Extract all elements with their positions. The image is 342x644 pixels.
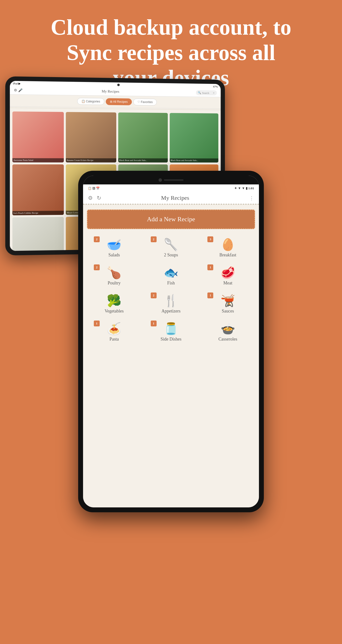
search-label: Search [202, 91, 209, 94]
recipe-label-1: Awesome Pasta Salad [13, 158, 64, 162]
salads-label: Salads [108, 252, 120, 258]
category-salads[interactable]: 2 🥣 Salads [87, 235, 141, 260]
recipe-item-4[interactable]: Black Bean and Avocado Sala... [170, 113, 218, 162]
phone-more-icon[interactable]: ⋮ [249, 195, 254, 201]
appetizers-badge: 2 [151, 292, 156, 298]
soups-badge: 2 [151, 236, 156, 242]
recipe-label-5: Iva's Peach Cobbler Recipe [13, 211, 64, 216]
meat-badge: 1 [207, 264, 213, 270]
add-recipe-button[interactable]: Add a New Recipe [87, 210, 255, 229]
sauces-badge: 1 [207, 292, 213, 298]
phone-device: 📋 🖼 📅 ✦ ▼ ▼ ▮ 1:01 ⚙ ↻ My Recipes ⋮ Add … [78, 171, 264, 512]
casseroles-label: Casseroles [218, 337, 237, 342]
phone-status-bar: 📋 🖼 📅 ✦ ▼ ▼ ▮ 1:01 [83, 184, 259, 192]
tablet-search-bar[interactable]: 🔍 Search ＋ [196, 90, 217, 96]
breakfast-label: Breakfast [219, 252, 236, 258]
category-vegetables[interactable]: 🥦 Vegetables [87, 291, 141, 317]
recipe-item-3[interactable]: Black Bean and Avocado Sala... [118, 112, 168, 162]
tablet-status-right: 67% [213, 85, 218, 88]
recipe-label-3: Black Bean and Avocado Sala... [118, 158, 168, 162]
phone-screen: 📋 🖼 📅 ✦ ▼ ▼ ▮ 1:01 ⚙ ↻ My Recipes ⋮ Add … [83, 176, 259, 508]
poultry-icon: 🍗 [107, 267, 121, 278]
add-icon[interactable]: ＋ [213, 91, 215, 95]
tab-favorites[interactable]: ♡ Favorites [133, 98, 157, 106]
poultry-label: Poultry [108, 280, 121, 286]
salads-icon: 🥣 [107, 239, 121, 250]
category-poultry[interactable]: 2 🍗 Poultry [87, 263, 141, 288]
pasta-icon: 🍝 [107, 323, 121, 335]
tab-categories[interactable]: 📋 Categories [77, 98, 104, 105]
phone-app-title: My Recipes [161, 195, 189, 201]
recipe-item-2[interactable]: Banana Cream Eclairs Recipe [66, 112, 116, 162]
breakfast-icon: 🥚 [221, 239, 235, 250]
phone-status-right: ✦ ▼ ▼ ▮ 1:01 [234, 186, 254, 190]
phone-content: Add a New Recipe 2 🥣 Salads 2 🥄 2 Soups … [83, 205, 259, 508]
recipe-label-2: Banana Cream Eclairs Recipe [66, 158, 116, 162]
tablet-status-left: iPad ▶ [13, 82, 21, 86]
category-breakfast[interactable]: 3 🥚 Breakfast [201, 235, 255, 260]
category-side-dishes[interactable]: 1 🫙 Side Dishes [144, 319, 198, 345]
recipe-item-5[interactable]: Iva's Peach Cobbler Recipe [13, 164, 64, 216]
vegetables-icon: 🥦 [107, 295, 121, 307]
category-pasta[interactable]: 1 🍝 Pasta [87, 319, 141, 345]
pasta-label: Pasta [109, 337, 119, 342]
phone-notification-icons: 📋 🖼 📅 [88, 186, 100, 190]
meat-label: Meat [223, 280, 232, 286]
salads-badge: 2 [94, 236, 100, 242]
poultry-badge: 2 [94, 264, 100, 270]
category-appetizers[interactable]: 2 🍴 Appetizers [144, 291, 198, 317]
fish-icon: 🐟 [164, 267, 178, 278]
casseroles-icon: 🍲 [221, 323, 235, 335]
category-grid: 2 🥣 Salads 2 🥄 2 Soups 3 🥚 Breakfast 2 [87, 235, 255, 345]
phone-sync-icon[interactable]: ↻ [97, 195, 101, 201]
appetizers-label: Appetizers [161, 308, 181, 314]
phone-camera-bar [83, 176, 259, 184]
recipe-item-1[interactable]: Awesome Pasta Salad [13, 112, 64, 162]
soups-icon: 🥄 [164, 239, 178, 250]
sauces-icon: 🫕 [221, 295, 235, 307]
category-casseroles[interactable]: 🍲 Casseroles [201, 319, 255, 345]
side-dishes-icon: 🫙 [164, 323, 178, 335]
category-fish[interactable]: 🐟 Fish [144, 263, 198, 288]
pasta-badge: 1 [94, 320, 100, 326]
phone-title-bar: ⚙ ↻ My Recipes ⋮ [83, 192, 259, 204]
recipe-item-9[interactable]: Tomato Sauce [13, 217, 64, 251]
fish-label: Fish [167, 280, 175, 286]
soups-label: 2 Soups [164, 252, 178, 258]
phone-settings-icon[interactable]: ⚙ [88, 195, 93, 201]
phone-camera [158, 178, 162, 182]
tab-all-recipes[interactable]: ⊞ All Recipes [106, 98, 132, 105]
side-dishes-badge: 1 [151, 320, 156, 326]
sauces-label: Sauces [222, 308, 234, 314]
category-soups[interactable]: 2 🥄 2 Soups [144, 235, 198, 260]
recipe-label-4: Black Bean and Avocado Sala... [170, 158, 218, 162]
vegetables-label: Vegetables [105, 308, 124, 314]
tablet-app-title: My Recipes [102, 89, 119, 94]
search-icon: 🔍 [198, 91, 201, 94]
tablet-settings-icon[interactable]: ⚙ 🎤 [14, 88, 23, 92]
category-meat[interactable]: 1 🥩 Meat [201, 263, 255, 288]
phone-speaker [164, 179, 184, 181]
category-sauces[interactable]: 1 🫕 Sauces [201, 291, 255, 317]
breakfast-badge: 3 [207, 236, 213, 242]
appetizers-icon: 🍴 [164, 295, 178, 307]
tablet-tab-bar: 📋 Categories ⊞ All Recipes ♡ Favorites [10, 94, 221, 109]
tablet-camera [117, 84, 120, 86]
meat-icon: 🥩 [221, 267, 235, 278]
side-dishes-label: Side Dishes [160, 337, 182, 342]
